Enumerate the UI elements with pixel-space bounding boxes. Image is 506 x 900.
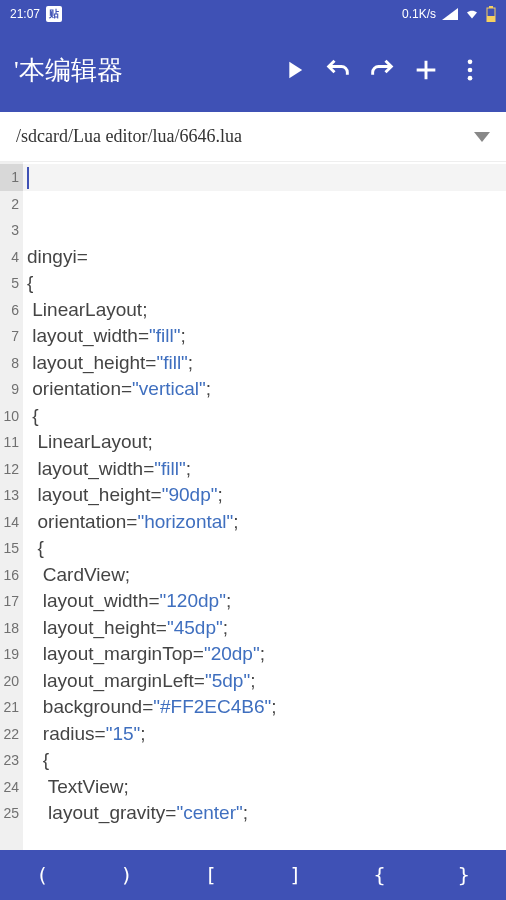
svg-rect-2: [487, 16, 495, 22]
more-button[interactable]: [448, 48, 492, 92]
wifi-icon: [464, 8, 480, 20]
code-line[interactable]: layout_width="fill";: [27, 323, 506, 350]
status-time: 21:07: [10, 7, 40, 21]
code-line[interactable]: TextView;: [27, 774, 506, 801]
symbol-key[interactable]: }: [422, 850, 506, 900]
line-number: 4: [0, 244, 23, 271]
code-line[interactable]: CardView;: [27, 562, 506, 589]
redo-button[interactable]: [360, 48, 404, 92]
code-line[interactable]: layout_height="fill";: [27, 350, 506, 377]
code-line[interactable]: LinearLayout;: [27, 429, 506, 456]
code-line[interactable]: orientation="horizontal";: [27, 509, 506, 536]
line-number: 7: [0, 323, 23, 350]
line-number: 12: [0, 456, 23, 483]
code-line[interactable]: layout_width="fill";: [27, 456, 506, 483]
code-line[interactable]: {: [27, 747, 506, 774]
symbol-key[interactable]: ]: [253, 850, 337, 900]
code-line[interactable]: {: [27, 403, 506, 430]
symbol-key[interactable]: (: [0, 850, 84, 900]
line-number: 9: [0, 376, 23, 403]
line-number: 23: [0, 747, 23, 774]
code-line[interactable]: dingyi=: [27, 244, 506, 271]
run-button[interactable]: [272, 48, 316, 92]
code-area[interactable]: dingyi={ LinearLayout; layout_width="fil…: [23, 162, 506, 850]
line-number: 6: [0, 297, 23, 324]
signal-icon: [442, 8, 458, 20]
line-number: 18: [0, 615, 23, 642]
code-line[interactable]: {: [27, 535, 506, 562]
line-number: 1: [0, 164, 23, 191]
app-title: '本编辑器: [14, 53, 123, 88]
line-number: 13: [0, 482, 23, 509]
line-number: 15: [0, 535, 23, 562]
code-line[interactable]: layout_width="120dp";: [27, 588, 506, 615]
symbol-toolbar: ()[]{}: [0, 850, 506, 900]
line-number: 14: [0, 509, 23, 536]
code-line[interactable]: [27, 217, 506, 244]
app-bar: '本编辑器: [0, 28, 506, 112]
code-editor[interactable]: 1234567891011121314151617181920212223242…: [0, 162, 506, 850]
line-number: 8: [0, 350, 23, 377]
code-line[interactable]: layout_marginLeft="5dp";: [27, 668, 506, 695]
code-line[interactable]: orientation="vertical";: [27, 376, 506, 403]
line-number: 25: [0, 800, 23, 827]
svg-point-4: [468, 68, 473, 73]
code-line[interactable]: layout_height="90dp";: [27, 482, 506, 509]
file-path: /sdcard/Lua editor/lua/6646.lua: [16, 126, 474, 147]
line-number: 16: [0, 562, 23, 589]
status-badge: 贴: [46, 6, 62, 22]
line-number: 19: [0, 641, 23, 668]
line-gutter: 1234567891011121314151617181920212223242…: [0, 162, 23, 850]
code-line[interactable]: layout_height="45dp";: [27, 615, 506, 642]
code-line[interactable]: layout_marginTop="20dp";: [27, 641, 506, 668]
code-line[interactable]: [27, 164, 506, 191]
code-line[interactable]: [27, 191, 506, 218]
symbol-key[interactable]: ): [84, 850, 168, 900]
svg-point-5: [468, 76, 473, 81]
path-bar[interactable]: /sdcard/Lua editor/lua/6646.lua: [0, 112, 506, 162]
code-line[interactable]: radius="15";: [27, 721, 506, 748]
line-number: 3: [0, 217, 23, 244]
line-number: 21: [0, 694, 23, 721]
add-button[interactable]: [404, 48, 448, 92]
status-net: 0.1K/s: [402, 7, 436, 21]
symbol-key[interactable]: [: [169, 850, 253, 900]
line-number: 2: [0, 191, 23, 218]
line-number: 24: [0, 774, 23, 801]
code-line[interactable]: {: [27, 270, 506, 297]
line-number: 10: [0, 403, 23, 430]
undo-button[interactable]: [316, 48, 360, 92]
status-bar: 21:07 贴 0.1K/s: [0, 0, 506, 28]
line-number: 17: [0, 588, 23, 615]
code-line[interactable]: background="#FF2EC4B6";: [27, 694, 506, 721]
line-number: 11: [0, 429, 23, 456]
svg-point-3: [468, 60, 473, 65]
code-line[interactable]: LinearLayout;: [27, 297, 506, 324]
line-number: 22: [0, 721, 23, 748]
code-line[interactable]: layout_gravity="center";: [27, 800, 506, 827]
dropdown-icon: [474, 132, 490, 142]
line-number: 20: [0, 668, 23, 695]
line-number: 5: [0, 270, 23, 297]
battery-icon: [486, 6, 496, 22]
symbol-key[interactable]: {: [337, 850, 421, 900]
